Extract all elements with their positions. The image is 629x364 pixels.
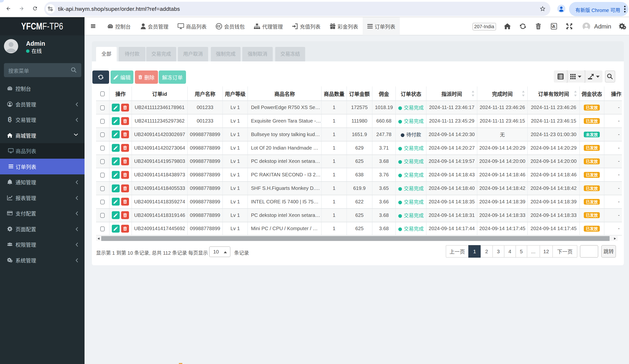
svg-text:B: B bbox=[8, 117, 12, 122]
